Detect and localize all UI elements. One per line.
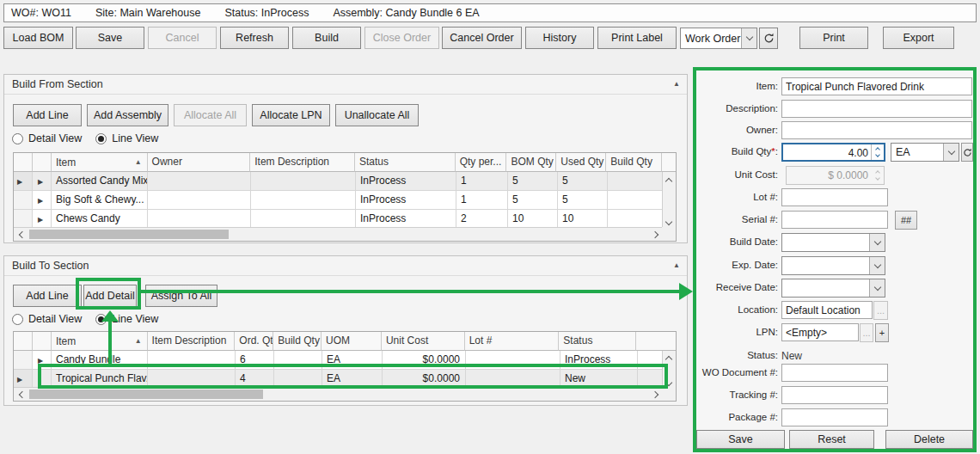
cancel-order-button[interactable]: Cancel Order (442, 27, 522, 49)
add-detail-button[interactable]: Add Detail (83, 285, 137, 307)
lot-input[interactable] (781, 188, 888, 206)
uom-select[interactable]: EA (891, 143, 959, 162)
column-header-ord-qty[interactable]: Ord. Qty (235, 332, 273, 351)
assign-to-all-button[interactable]: Assign To All (145, 285, 217, 307)
scroll-right-icon[interactable] (652, 231, 658, 238)
location-input[interactable] (781, 301, 873, 319)
scroll-left-icon[interactable] (19, 391, 26, 398)
horizontal-scrollbar[interactable] (14, 227, 664, 241)
exp-date-picker[interactable] (781, 256, 885, 275)
table-row[interactable]: ▶ Candy Bundle 6 EA $0.0000 InProcess (14, 351, 676, 370)
lpn-add-button[interactable]: + (875, 323, 889, 342)
expand-row-icon[interactable]: ▶ (38, 216, 43, 224)
column-header-build-qty[interactable]: Build Qty (606, 153, 662, 172)
expand-row-icon[interactable]: ▶ (38, 357, 43, 365)
export-button[interactable]: Export (883, 27, 954, 49)
allocate-lpn-button[interactable]: Allocate LPN (252, 104, 330, 126)
package-input[interactable] (781, 408, 888, 426)
serial-generate-button[interactable]: ## (895, 211, 917, 230)
owner-label: Owner: (696, 125, 778, 135)
detail-delete-button[interactable]: Delete (885, 430, 973, 449)
expand-row-icon[interactable]: ▶ (38, 197, 43, 205)
refresh-button[interactable]: Refresh (220, 27, 289, 49)
vertical-scrollbar[interactable] (662, 172, 676, 229)
scrollbar-thumb[interactable] (29, 230, 229, 239)
column-header-lot[interactable]: Lot # (465, 332, 560, 351)
scroll-up-icon[interactable] (665, 356, 672, 363)
uom-refresh-button[interactable] (961, 143, 973, 162)
scroll-right-icon[interactable] (652, 391, 658, 398)
expand-row-icon[interactable]: ▶ (38, 178, 43, 186)
build-qty-stepper[interactable]: 4.00 (781, 143, 885, 162)
column-header-bom-qty[interactable]: BOM Qty (506, 153, 556, 172)
scroll-down-icon[interactable] (665, 218, 672, 225)
scroll-up-icon[interactable] (665, 178, 672, 185)
description-input[interactable] (781, 100, 972, 118)
line-view-radio[interactable] (95, 314, 107, 325)
history-button[interactable]: History (525, 27, 594, 49)
detail-save-button[interactable]: Save (696, 430, 785, 449)
scroll-left-icon[interactable] (19, 231, 26, 238)
workorder-info-bar: WO#: WO11 Site: Main Warehouse Status: I… (3, 3, 977, 22)
build-qty-row: Build Qty*: 4.00 EA (696, 143, 973, 163)
column-header-unit-cost[interactable]: Unit Cost (382, 332, 465, 351)
column-header-item[interactable]: Item ▲ (52, 332, 148, 351)
column-header-used-qty[interactable]: Used Qty (556, 153, 606, 172)
build-button[interactable]: Build (292, 27, 361, 49)
wo-document-input[interactable] (781, 364, 888, 382)
add-line-button[interactable]: Add Line (13, 104, 82, 126)
detail-view-radio[interactable] (12, 133, 23, 144)
chevron-down-icon[interactable] (869, 279, 885, 297)
lpn-browse-button[interactable]: ... (860, 323, 873, 342)
column-header-build-qty[interactable]: Build Qty (273, 332, 322, 351)
table-row[interactable]: ▶ Chews Candy InProcess 2 10 10 (14, 210, 676, 229)
serial-input[interactable] (781, 211, 888, 229)
lpn-input[interactable] (781, 323, 859, 341)
line-view-radio[interactable] (95, 133, 107, 144)
print-label-button[interactable]: Print Label (597, 27, 677, 49)
print-type-select[interactable]: Work Order (680, 28, 757, 49)
detail-view-radio[interactable] (12, 314, 23, 325)
column-header-item-description[interactable]: Item Description (250, 153, 355, 172)
build-to-title: Build To Section (12, 260, 89, 272)
status-row: Status: New (696, 347, 973, 365)
chevron-down-icon[interactable] (943, 144, 959, 161)
item-input[interactable] (781, 77, 972, 95)
tracking-input[interactable] (781, 386, 888, 404)
scrollbar-thumb[interactable] (29, 390, 263, 399)
add-assembly-button[interactable]: Add Assembly (87, 104, 168, 126)
location-browse-button[interactable]: ... (873, 301, 888, 320)
detail-reset-button[interactable]: Reset (789, 430, 874, 449)
receive-date-picker[interactable] (781, 279, 885, 298)
column-header-item-description[interactable]: Item Description (148, 332, 236, 351)
owner-input[interactable] (781, 121, 972, 139)
unit-cost-label: Unit Cost: (696, 169, 778, 180)
print-type-refresh-button[interactable] (759, 28, 778, 49)
column-header-item[interactable]: Item ▲ (52, 153, 148, 172)
unallocate-all-button[interactable]: Unallocate All (335, 104, 419, 126)
add-line-button[interactable]: Add Line (13, 285, 82, 307)
load-bom-button[interactable]: Load BOM (3, 27, 73, 49)
collapse-section-icon[interactable]: ▲ (673, 80, 680, 88)
column-header-qty-per[interactable]: Qty per... (456, 153, 507, 172)
spinner-arrows[interactable] (871, 144, 884, 160)
build-date-picker[interactable] (781, 233, 885, 252)
table-row-selected[interactable]: ▶ Tropical Punch Flav... 4 EA $0.0000 Ne… (14, 370, 676, 389)
table-row[interactable]: ▶ ▶ Assorted Candy Mix InProcess 1 5 5 (14, 172, 676, 191)
collapse-section-icon[interactable]: ▲ (673, 261, 680, 269)
horizontal-scrollbar[interactable] (14, 387, 664, 401)
chevron-down-icon[interactable] (869, 257, 885, 274)
vertical-scrollbar[interactable] (662, 351, 676, 389)
print-button[interactable]: Print (799, 27, 868, 49)
column-header-uom[interactable]: UOM (322, 332, 382, 351)
build-to-view-toggle: Detail View Line View (12, 313, 167, 325)
unit-cost-stepper: $ 0.0000 (786, 166, 885, 185)
table-row[interactable]: ▶ Big Soft & Chewy... InProcess 1 5 5 (14, 191, 676, 210)
column-header-owner[interactable]: Owner (148, 153, 251, 172)
column-header-status[interactable]: Status (355, 153, 456, 172)
column-header-status[interactable]: Status (559, 332, 636, 351)
save-button[interactable]: Save (76, 27, 144, 49)
chevron-down-icon[interactable] (741, 28, 756, 48)
chevron-down-icon[interactable] (869, 234, 885, 251)
scroll-down-icon[interactable] (665, 379, 672, 386)
